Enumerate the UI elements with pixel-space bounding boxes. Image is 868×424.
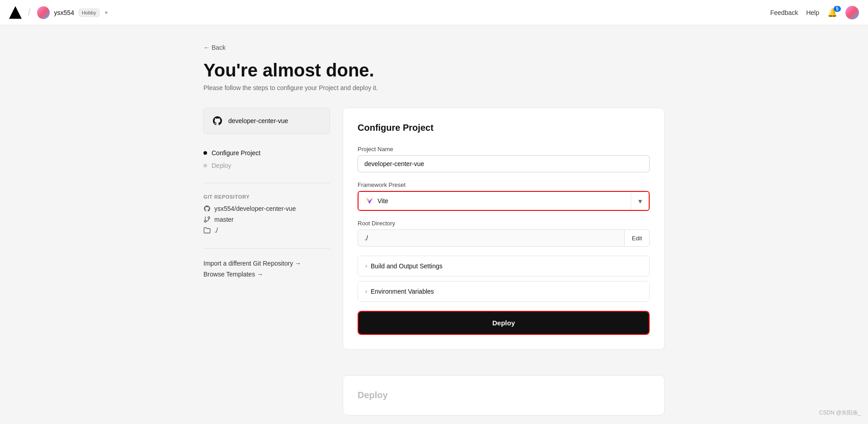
help-link[interactable]: Help (806, 9, 819, 16)
deploy-button[interactable]: Deploy (359, 312, 649, 334)
framework-select-chevron[interactable]: ▾ (631, 192, 649, 210)
git-section-title: GIT REPOSITORY (203, 194, 330, 200)
step-configure-label: Configure Project (212, 149, 260, 157)
env-vars-label: Environment Variables (371, 288, 434, 295)
user-avatar-small[interactable] (37, 6, 50, 19)
chevron-down-icon[interactable]: ▾ (105, 10, 108, 16)
deploy-button-wrapper: Deploy (358, 311, 650, 335)
project-name-label: Project Name (358, 146, 650, 152)
user-avatar-header[interactable] (845, 6, 859, 19)
git-repo-label: ysx554/developer-center-vue (214, 205, 296, 212)
git-dir-item: ./ (203, 227, 330, 234)
env-vars-collapsible: › Environment Variables (358, 281, 650, 302)
root-dir-input[interactable] (358, 230, 624, 246)
git-branch-label: master (214, 216, 234, 223)
github-small-icon (203, 205, 211, 212)
root-dir-row: Edit (358, 229, 650, 247)
steps-section: Configure Project Deploy (203, 147, 330, 183)
two-column-layout: developer-center-vue Configure Project D… (203, 108, 665, 350)
root-dir-label: Root Directory (358, 220, 650, 227)
header: / ysx554 Hobby ▾ Feedback Help 🔔 5 (0, 0, 868, 25)
branch-icon (203, 216, 211, 223)
header-left: / ysx554 Hobby ▾ (9, 6, 108, 19)
framework-select-inner[interactable]: Vite ▾ (359, 192, 649, 210)
repo-card: developer-center-vue (203, 108, 330, 134)
step-dot-active (203, 151, 207, 155)
configure-project-title: Configure Project (358, 123, 650, 133)
page-subtitle: Please follow the steps to configure you… (203, 84, 665, 91)
env-vars-header[interactable]: › Environment Variables (358, 281, 649, 301)
username-label: ysx554 (54, 9, 74, 16)
header-right: Feedback Help 🔔 5 (770, 6, 859, 19)
sidebar-links: Import a different Git Repository → Brow… (203, 260, 330, 278)
framework-select-display[interactable]: Vite (359, 192, 631, 210)
header-divider: / (28, 7, 31, 18)
bottom-deploy-panel: Deploy (343, 375, 665, 415)
git-section: GIT REPOSITORY ysx554/developer-center-v… (203, 194, 330, 249)
bottom-section-layout: Deploy (203, 362, 665, 415)
browse-templates-link[interactable]: Browse Templates → (203, 271, 330, 278)
root-dir-edit-button[interactable]: Edit (624, 230, 649, 246)
step-deploy-label: Deploy (212, 162, 231, 169)
framework-select-wrapper: Vite ▾ (358, 191, 650, 211)
back-link[interactable]: ← Back (203, 44, 226, 51)
framework-value-label: Vite (377, 197, 388, 205)
repo-name-label: developer-center-vue (228, 117, 288, 124)
page-title: You're almost done. (203, 60, 665, 81)
step-dot-inactive (203, 164, 207, 167)
hobby-badge: Hobby (79, 9, 99, 17)
watermark: CSDN @东阳渔_ (819, 409, 861, 417)
build-settings-header[interactable]: › Build and Output Settings (358, 256, 649, 276)
build-settings-label: Build and Output Settings (371, 262, 443, 270)
sidebar: developer-center-vue Configure Project D… (203, 108, 330, 278)
notification-count: 5 (834, 6, 841, 12)
feedback-link[interactable]: Feedback (770, 9, 798, 16)
configure-project-panel: Configure Project Project Name Framework… (343, 108, 665, 350)
step-deploy: Deploy (203, 159, 330, 172)
github-icon (212, 115, 223, 126)
vite-icon (365, 196, 374, 205)
import-repo-link[interactable]: Import a different Git Repository → (203, 260, 330, 267)
project-name-input[interactable] (358, 155, 650, 172)
root-dir-group: Root Directory Edit (358, 220, 650, 247)
env-vars-arrow-icon: › (365, 288, 367, 295)
git-repo-item: ysx554/developer-center-vue (203, 205, 330, 212)
git-branch-item: master (203, 216, 330, 223)
step-configure: Configure Project (203, 147, 330, 159)
framework-preset-label: Framework Preset (358, 181, 650, 188)
project-name-group: Project Name (358, 146, 650, 172)
notification-bell[interactable]: 🔔 5 (827, 8, 837, 18)
content: ← Back You're almost done. Please follow… (194, 25, 674, 424)
folder-icon (203, 227, 211, 234)
main: ← Back You're almost done. Please follow… (0, 0, 868, 424)
build-settings-collapsible: › Build and Output Settings (358, 256, 650, 276)
bottom-deploy-title: Deploy (358, 390, 388, 400)
vercel-logo-icon[interactable] (9, 6, 22, 19)
git-dir-label: ./ (214, 227, 218, 234)
framework-preset-group: Framework Preset (358, 181, 650, 211)
build-settings-arrow-icon: › (365, 263, 367, 269)
